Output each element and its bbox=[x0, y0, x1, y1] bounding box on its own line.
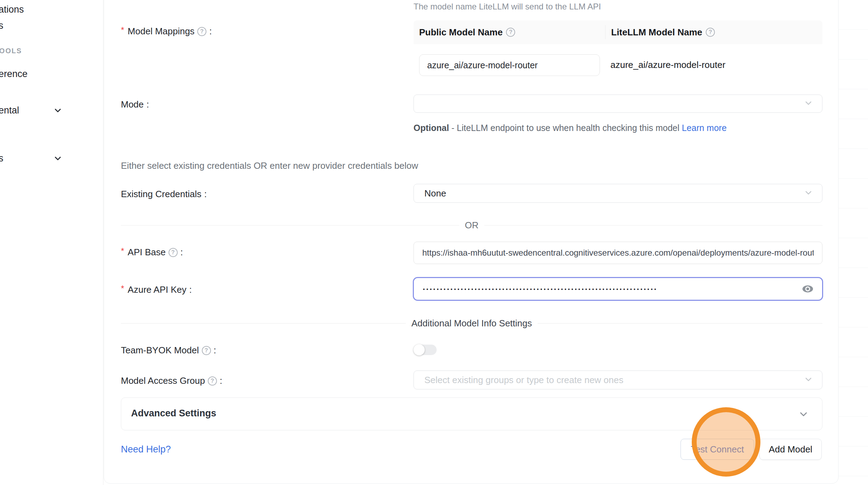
learn-more-link[interactable]: Learn more bbox=[682, 123, 727, 133]
mode-label: Mode : bbox=[121, 99, 149, 110]
column-header-litellm-model-name: LiteLLM Model Name ? bbox=[606, 27, 822, 38]
model-access-group-label: Model Access Group ? : bbox=[121, 375, 222, 386]
sidebar-section-tools: TOOLS bbox=[0, 47, 22, 55]
sidebar: ations s TOOLS erence ental s bbox=[0, 0, 103, 485]
required-asterisk: * bbox=[121, 25, 124, 35]
column-header-public-model-name: Public Model Name ? bbox=[414, 25, 606, 39]
sidebar-item-label: ations bbox=[0, 4, 24, 15]
team-byok-label: Team-BYOK Model ? : bbox=[121, 345, 216, 356]
question-circle-icon[interactable]: ? bbox=[202, 346, 211, 355]
background-page-strip bbox=[839, 0, 868, 485]
mode-help-text: Optional - LiteLLM endpoint to use when … bbox=[414, 121, 813, 135]
azure-api-key-input[interactable]: ••••••••••••••••••••••••••••••••••••••••… bbox=[413, 277, 823, 301]
model-name-helper-text: The model name LiteLLM will send to the … bbox=[414, 2, 601, 12]
mode-select[interactable] bbox=[414, 95, 822, 113]
masked-api-key-value: ••••••••••••••••••••••••••••••••••••••••… bbox=[414, 286, 785, 292]
additional-info-divider: Additional Model Info Settings bbox=[121, 318, 822, 329]
advanced-settings-label: Advanced Settings bbox=[131, 408, 216, 419]
or-divider: OR bbox=[121, 220, 822, 231]
azure-api-key-label: * Azure API Key : bbox=[121, 284, 192, 295]
add-model-screen: ations s TOOLS erence ental s The model … bbox=[0, 0, 868, 485]
sidebar-item-settings[interactable]: s bbox=[0, 153, 4, 164]
chevron-down-icon bbox=[805, 189, 812, 198]
chevron-down-icon[interactable] bbox=[53, 154, 62, 163]
question-circle-icon[interactable]: ? bbox=[208, 376, 217, 386]
table-header-row: Public Model Name ? LiteLLM Model Name ? bbox=[414, 20, 822, 44]
sidebar-item-label: s bbox=[0, 153, 4, 164]
sidebar-item-label: ental bbox=[0, 105, 19, 116]
add-model-button[interactable]: Add Model bbox=[759, 439, 822, 460]
select-placeholder: Select existing groups or type to create… bbox=[414, 375, 623, 386]
api-base-input[interactable] bbox=[414, 242, 822, 264]
credentials-note: Either select existing credentials OR en… bbox=[121, 160, 418, 171]
api-base-label: * API Base ? : bbox=[121, 247, 183, 258]
advanced-settings-panel[interactable]: Advanced Settings bbox=[121, 397, 822, 430]
chevron-down-icon bbox=[805, 99, 812, 108]
model-mappings-table: Public Model Name ? LiteLLM Model Name ?… bbox=[414, 20, 822, 99]
sidebar-item-label: erence bbox=[0, 69, 28, 79]
model-access-group-select[interactable]: Select existing groups or type to create… bbox=[414, 370, 822, 389]
existing-credentials-select[interactable]: None bbox=[414, 184, 822, 203]
chevron-down-icon bbox=[798, 409, 809, 421]
table-row: azure_ai/azure-model-router bbox=[414, 44, 822, 99]
question-circle-icon[interactable]: ? bbox=[506, 28, 515, 37]
test-connect-button[interactable]: Test Connect bbox=[681, 439, 754, 460]
toggle-knob bbox=[414, 344, 425, 355]
need-help-link[interactable]: Need Help? bbox=[121, 444, 171, 455]
question-circle-icon[interactable]: ? bbox=[197, 27, 206, 36]
required-asterisk: * bbox=[121, 246, 124, 256]
public-model-name-input[interactable] bbox=[419, 54, 600, 76]
eye-icon[interactable] bbox=[802, 284, 814, 293]
chevron-down-icon bbox=[805, 375, 812, 384]
question-circle-icon[interactable]: ? bbox=[706, 28, 715, 37]
required-asterisk: * bbox=[121, 284, 124, 293]
sidebar-item-experimental[interactable]: ental bbox=[0, 105, 19, 116]
question-circle-icon[interactable]: ? bbox=[169, 248, 178, 257]
team-byok-toggle[interactable] bbox=[414, 345, 437, 355]
sidebar-item-organizations[interactable]: ations bbox=[0, 4, 24, 15]
existing-credentials-label: Existing Credentials : bbox=[121, 189, 207, 200]
sidebar-item-inference[interactable]: erence bbox=[0, 69, 28, 79]
chevron-down-icon[interactable] bbox=[53, 106, 62, 115]
sidebar-item-label: s bbox=[0, 20, 4, 31]
sidebar-item-models[interactable]: s bbox=[0, 20, 4, 31]
litellm-model-name-value: azure_ai/azure-model-router bbox=[610, 60, 725, 70]
model-mappings-label: * Model Mappings ? : bbox=[121, 26, 212, 37]
